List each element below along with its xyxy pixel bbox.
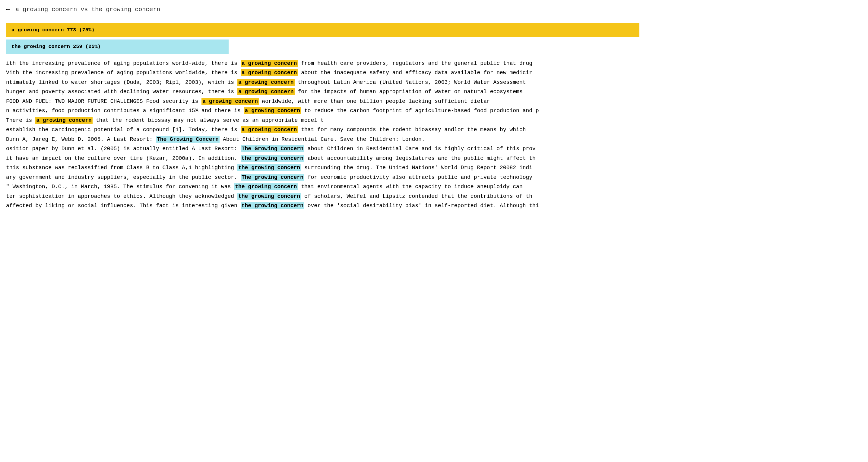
text-line: ith the increasing prevalence of aging p…	[0, 59, 868, 68]
cyan-highlight[interactable]: The Growing Concern	[241, 145, 304, 152]
cyan-highlight[interactable]: the growing concern	[237, 164, 301, 171]
yellow-highlight[interactable]: a growing concern	[237, 79, 294, 86]
yellow-highlight[interactable]: a growing concern	[244, 107, 301, 114]
yellow-highlight[interactable]: a growing concern	[202, 98, 259, 105]
yellow-highlight[interactable]: a growing concern	[35, 117, 93, 124]
text-line: ntimately linked to water shortages (Dud…	[0, 78, 868, 88]
yellow-highlight[interactable]: a growing concern	[241, 69, 298, 76]
back-button[interactable]: ←	[6, 4, 10, 15]
text-line: hunger and poverty associated with decli…	[0, 87, 868, 97]
text-line: Vith the increasing prevalence of aging …	[0, 68, 868, 78]
text-line: ter sophistication in approaches to ethi…	[0, 192, 868, 202]
text-line: ary government and industry suppliers, e…	[0, 173, 868, 182]
page-title: a growing concern vs the growing concern	[16, 5, 160, 14]
text-line: Dunn A, Jareg E, Webb D. 2005. A Last Re…	[0, 135, 868, 145]
cyan-highlight[interactable]: the growing concern	[234, 183, 298, 190]
text-line: osition paper by Dunn et al. (2005) is a…	[0, 144, 868, 154]
yellow-highlight[interactable]: a growing concern	[241, 60, 298, 67]
header: ← a growing concern vs the growing conce…	[0, 0, 868, 19]
text-line: There is a growing concern that the rode…	[0, 116, 868, 125]
cyan-highlight[interactable]: the growing concern	[241, 155, 304, 162]
cyan-highlight[interactable]: the growing concern	[241, 202, 304, 209]
yellow-stat[interactable]: a growing concern 773 (75%)	[6, 23, 640, 37]
text-line: this substance was reclassified from Cla…	[0, 163, 868, 173]
cyan-highlight[interactable]: The growing concern	[241, 174, 304, 181]
text-line: it have an impact on the culture over ti…	[0, 154, 868, 163]
cyan-stat[interactable]: the growing concern 259 (25%)	[6, 39, 228, 54]
cyan-highlight[interactable]: the growing concern	[237, 193, 301, 199]
text-line: affected by liking or social influences.…	[0, 201, 868, 211]
text-line: n activities, food production contribute…	[0, 106, 868, 116]
text-line: FOOD AND FUEL: TWO MAJOR FUTURE CHALLENG…	[0, 97, 868, 106]
stats-bar: a growing concern 773 (75%) the growing …	[0, 19, 868, 56]
cyan-highlight[interactable]: The Growing Concern	[156, 136, 220, 143]
yellow-highlight[interactable]: a growing concern	[241, 126, 298, 133]
yellow-highlight[interactable]: a growing concern	[237, 88, 294, 95]
text-line: " Washington, D.C., in March, 1985. The …	[0, 182, 868, 192]
content-area: ith the increasing prevalence of aging p…	[0, 56, 868, 217]
text-line: establish the carcinogenic potential of …	[0, 125, 868, 135]
